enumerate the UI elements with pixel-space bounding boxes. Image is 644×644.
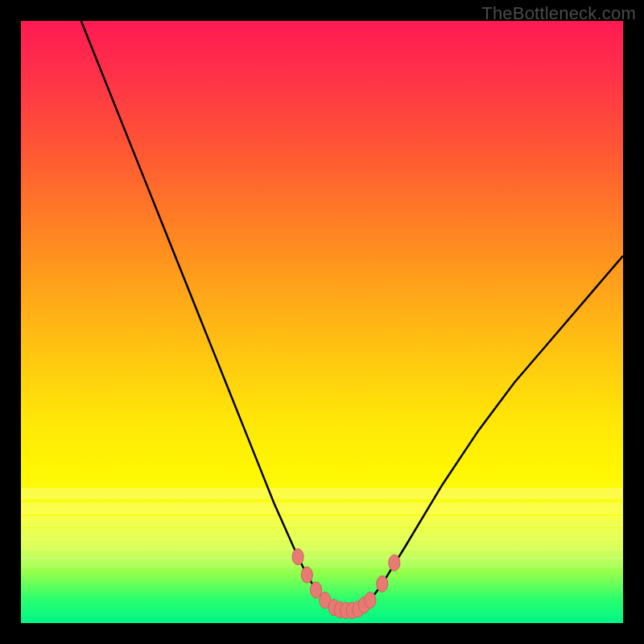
curve-path — [81, 21, 623, 610]
plot-area — [21, 21, 623, 623]
curve-marker — [365, 592, 376, 608]
curve-marker — [292, 549, 303, 565]
curve-marker — [377, 576, 388, 592]
curve-marker — [301, 567, 312, 583]
curve-marker — [389, 555, 400, 571]
bottleneck-curve — [21, 21, 623, 623]
chart-frame: TheBottleneck.com — [0, 0, 644, 644]
